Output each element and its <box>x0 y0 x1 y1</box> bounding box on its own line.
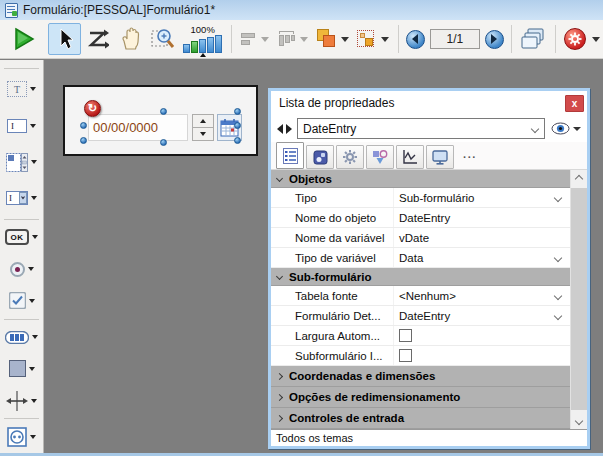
section-header-objetos[interactable]: Objetos <box>271 170 570 188</box>
scroll-up-icon <box>575 174 583 182</box>
listbox-tool-icon <box>6 153 28 172</box>
checkbox-tool-dropdown-arrow[interactable] <box>29 299 35 303</box>
section-header-redimensionamento[interactable]: Opções de redimensionamento <box>271 387 570 408</box>
checkbox-tool[interactable] <box>0 285 43 317</box>
property-grid-scrollbar[interactable] <box>570 170 587 429</box>
settings-dropdown-arrow[interactable] <box>592 37 600 42</box>
page-indicator[interactable]: 1/1 <box>430 29 480 49</box>
largura-autom-checkbox[interactable] <box>399 329 412 342</box>
selection-handle[interactable] <box>160 139 167 146</box>
selection-handle[interactable] <box>234 122 241 129</box>
button-tool[interactable]: OK <box>0 222 43 254</box>
scrollbar-thumb[interactable] <box>571 188 587 410</box>
combobox-tool-dropdown-arrow[interactable] <box>31 196 37 200</box>
property-value-text[interactable]: vDate <box>393 228 570 247</box>
text-field-tool-dropdown-arrow[interactable] <box>30 124 36 128</box>
property-value-dropdown[interactable]: Data <box>393 248 570 267</box>
date-entry-field[interactable]: 00/00/0000 <box>88 114 188 141</box>
settings-button[interactable] <box>561 23 603 55</box>
property-grid: Objetos Tipo Sub-formulário Nome do obje… <box>271 170 570 429</box>
run-button[interactable] <box>8 23 41 55</box>
zoom-level-control[interactable]: 100% <box>183 25 222 53</box>
rectangle-tool[interactable] <box>0 353 43 385</box>
select-objects-button[interactable] <box>353 23 393 55</box>
tab-events[interactable] <box>396 145 424 169</box>
selection-handle[interactable] <box>234 108 241 115</box>
label-tool[interactable]: T <box>0 71 43 107</box>
combobox-tool[interactable]: I <box>0 180 43 216</box>
resize-tools-button[interactable] <box>274 23 312 55</box>
property-value-text[interactable]: DateEntry <box>393 208 570 227</box>
property-label: Largura Autom... <box>271 326 393 345</box>
button-tool-icon: OK <box>5 229 29 245</box>
svg-text:I: I <box>9 193 12 203</box>
section-collapsed-icon <box>276 393 283 400</box>
prev-page-button[interactable] <box>404 23 427 55</box>
close-button[interactable]: x <box>565 95 584 112</box>
text-field-tool[interactable]: I <box>0 107 43 143</box>
tab-more[interactable]: ··· <box>456 145 484 169</box>
section-header-controles-entrada[interactable]: Controles de entrada <box>271 408 570 429</box>
zoom-region-tool-button[interactable] <box>146 23 179 55</box>
button-tool-dropdown-arrow[interactable] <box>32 235 38 239</box>
progressbar-tool-dropdown-arrow[interactable] <box>32 335 38 339</box>
progressbar-tool[interactable] <box>0 321 43 353</box>
tab-display[interactable] <box>426 145 454 169</box>
object-tool[interactable] <box>0 421 43 453</box>
spin-down-button[interactable] <box>192 128 214 141</box>
section-header-sub-formulario[interactable]: Sub-formulário <box>271 268 570 286</box>
selection-handle[interactable] <box>160 108 167 115</box>
select-tool-button[interactable] <box>48 23 81 55</box>
property-value-dropdown[interactable]: DateEntry <box>393 306 570 325</box>
label-tool-dropdown-arrow[interactable] <box>30 87 36 91</box>
property-label: Tipo de variável <box>271 248 393 267</box>
resize-dropdown-arrow[interactable] <box>300 37 308 42</box>
listbox-tool-dropdown-arrow[interactable] <box>31 160 37 164</box>
subform-badge-icon: ↻ <box>84 100 101 117</box>
cascade-windows-button[interactable] <box>517 23 550 55</box>
subformulario-checkbox[interactable] <box>399 349 412 362</box>
layer-dropdown-arrow[interactable] <box>341 37 349 42</box>
prev-object-icon[interactable] <box>277 124 283 134</box>
object-selector-combobox[interactable]: DateEntry <box>297 118 545 139</box>
section-header-coordenadas[interactable]: Coordenadas e dimensões <box>271 366 570 387</box>
tab-data[interactable] <box>306 145 334 169</box>
selection-handle[interactable] <box>234 137 241 144</box>
next-page-button[interactable] <box>483 23 506 55</box>
select-objects-dropdown-arrow[interactable] <box>381 37 389 42</box>
tab-appearance[interactable] <box>366 145 394 169</box>
property-value-dropdown[interactable]: Sub-formulário <box>393 188 570 207</box>
scroll-down-button[interactable] <box>571 412 587 429</box>
radio-tool-icon <box>10 262 25 277</box>
tab-order-tool-button[interactable] <box>81 23 114 55</box>
selection-handle[interactable] <box>80 122 87 129</box>
section-label: Sub-formulário <box>289 271 371 283</box>
section-collapsed-icon <box>276 414 283 421</box>
scroll-up-button[interactable] <box>571 170 587 187</box>
pan-tool-button[interactable] <box>114 23 147 55</box>
section-label: Controles de entrada <box>289 412 404 424</box>
date-spinner[interactable] <box>192 114 214 141</box>
tab-settings[interactable] <box>336 145 364 169</box>
selection-handle[interactable] <box>80 137 87 144</box>
select-cursor-icon <box>56 28 74 50</box>
spin-up-button[interactable] <box>192 114 214 128</box>
splitter-tool-dropdown-arrow[interactable] <box>31 399 37 403</box>
radio-tool[interactable] <box>0 253 43 285</box>
radio-tool-dropdown-arrow[interactable] <box>28 267 34 271</box>
visibility-dropdown-arrow[interactable] <box>573 127 581 131</box>
splitter-tool-icon <box>6 391 28 411</box>
next-object-icon[interactable] <box>286 124 292 134</box>
object-tool-dropdown-arrow[interactable] <box>30 435 36 439</box>
splitter-tool[interactable] <box>0 385 43 417</box>
layer-order-button[interactable] <box>312 23 352 55</box>
rectangle-tool-dropdown-arrow[interactable] <box>29 367 35 371</box>
property-value-dropdown[interactable]: <Nenhum> <box>393 286 570 305</box>
align-tools-button[interactable] <box>237 23 274 55</box>
dropdown-chevron-icon <box>554 311 562 319</box>
visibility-eye-icon[interactable] <box>551 122 570 135</box>
tab-list-properties[interactable] <box>276 142 304 169</box>
property-value-checkbox-cell <box>393 346 570 365</box>
align-dropdown-arrow[interactable] <box>261 37 269 42</box>
listbox-tool[interactable] <box>0 144 43 180</box>
